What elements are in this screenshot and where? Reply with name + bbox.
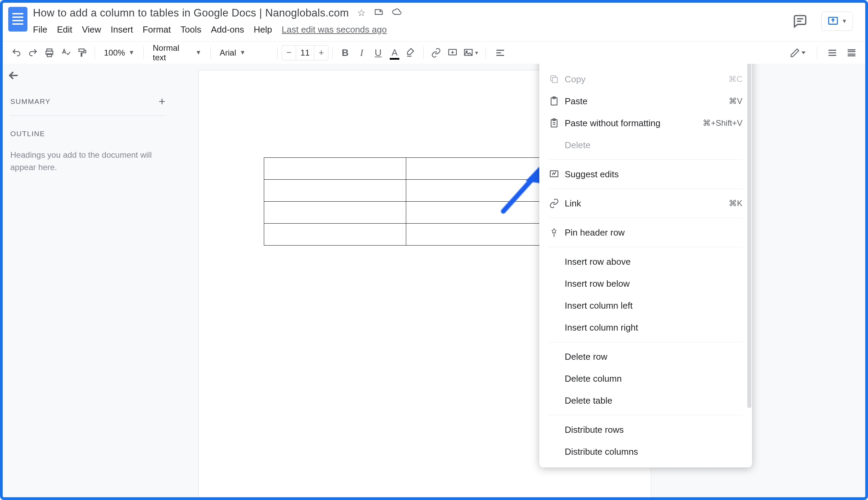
insert-image-button[interactable]: ▼ — [461, 45, 481, 61]
ctx-insert-col-right[interactable]: Insert column right — [539, 317, 752, 339]
copy-icon — [549, 74, 565, 84]
italic-button[interactable]: I — [353, 45, 370, 61]
print-button[interactable] — [41, 45, 58, 61]
text-color-button[interactable]: A — [386, 45, 403, 61]
spellcheck-button[interactable] — [58, 45, 74, 61]
app-header: How to add a column to tables in Google … — [0, 0, 868, 41]
ctx-delete-col[interactable]: Delete column — [539, 368, 752, 389]
menu-view[interactable]: View — [82, 24, 101, 35]
paste-plain-icon — [549, 118, 565, 128]
highlight-button[interactable] — [403, 45, 419, 61]
suggest-icon — [549, 169, 565, 179]
ctx-distribute-cols[interactable]: Distribute columns — [539, 441, 752, 463]
document-canvas[interactable]: Cut ⌘X Copy ⌘C Paste ⌘V Paste without fo… — [176, 64, 868, 500]
context-menu-scrollbar[interactable] — [747, 64, 751, 408]
ctx-pin-header[interactable]: Pin header row — [539, 221, 752, 243]
undo-button[interactable] — [8, 45, 25, 61]
add-comment-button[interactable] — [444, 45, 461, 61]
ctx-insert-row-below[interactable]: Insert row below — [539, 273, 752, 295]
table-row[interactable] — [264, 224, 569, 246]
bold-button[interactable]: B — [337, 45, 353, 61]
ctx-cut: Cut ⌘X — [539, 64, 752, 68]
table-row[interactable] — [264, 180, 569, 202]
redo-button[interactable] — [25, 45, 41, 61]
expand-button[interactable] — [843, 45, 860, 61]
align-button[interactable] — [490, 45, 510, 61]
insert-link-button[interactable] — [428, 45, 444, 61]
outline-hint: Headings you add to the document will ap… — [10, 149, 161, 173]
link-icon — [549, 198, 565, 208]
ctx-delete: Delete — [539, 134, 752, 156]
font-size-decrease-button[interactable]: − — [282, 46, 296, 60]
share-button[interactable]: ▼ — [821, 12, 853, 31]
font-size-value[interactable]: 11 — [296, 46, 314, 60]
ctx-insert-row-above[interactable]: Insert row above — [539, 251, 752, 273]
ctx-suggest-edits[interactable]: Suggest edits — [539, 163, 752, 185]
menu-bar: File Edit View Insert Format Tools Add-o… — [33, 21, 792, 38]
table-row[interactable] — [264, 202, 569, 224]
ctx-link[interactable]: Link ⌘K — [539, 192, 752, 214]
menu-edit[interactable]: Edit — [57, 24, 72, 35]
hide-menus-button[interactable] — [824, 45, 841, 61]
menu-tools[interactable]: Tools — [180, 24, 201, 35]
ctx-insert-col-left[interactable]: Insert column left — [539, 295, 752, 317]
menu-file[interactable]: File — [33, 24, 47, 35]
zoom-select[interactable]: 100%▼ — [99, 45, 139, 61]
star-icon[interactable]: ☆ — [357, 7, 366, 19]
docs-logo-icon[interactable] — [8, 7, 27, 32]
cloud-status-icon[interactable] — [392, 7, 402, 19]
app-logo-wrap — [8, 5, 33, 32]
comments-icon[interactable] — [792, 14, 808, 29]
underline-button[interactable]: U — [370, 45, 386, 61]
menu-insert[interactable]: Insert — [111, 24, 133, 35]
outline-heading: OUTLINE — [10, 129, 165, 138]
font-select[interactable]: Arial▼ — [215, 45, 273, 61]
ctx-paste[interactable]: Paste ⌘V — [539, 90, 752, 112]
svg-rect-24 — [552, 78, 557, 83]
document-table[interactable] — [264, 157, 569, 246]
svg-rect-6 — [79, 49, 84, 52]
ctx-delete-table[interactable]: Delete table — [539, 389, 752, 411]
context-menu: Cut ⌘X Copy ⌘C Paste ⌘V Paste without fo… — [539, 64, 752, 467]
menu-help[interactable]: Help — [254, 24, 272, 35]
sidebar-back-button[interactable] — [7, 69, 21, 84]
document-title[interactable]: How to add a column to tables in Google … — [33, 7, 349, 19]
ctx-distribute-rows[interactable]: Distribute rows — [539, 419, 752, 441]
move-icon[interactable] — [374, 7, 384, 19]
table-row[interactable] — [264, 158, 569, 180]
outline-sidebar: SUMMARY + OUTLINE Headings you add to th… — [0, 64, 176, 500]
toolbar: 100%▼ Normal text▼ Arial▼ − 11 + B I U A… — [0, 41, 868, 64]
body-area: SUMMARY + OUTLINE Headings you add to th… — [0, 64, 868, 500]
font-size-increase-button[interactable]: + — [314, 46, 328, 60]
editing-mode-button[interactable] — [785, 45, 810, 61]
summary-heading: SUMMARY — [10, 98, 50, 106]
header-right: ▼ — [792, 5, 860, 31]
ctx-paste-plain[interactable]: Paste without formatting ⌘+Shift+V — [539, 112, 752, 134]
title-zone: How to add a column to tables in Google … — [33, 5, 792, 38]
pin-icon — [549, 227, 565, 238]
style-select[interactable]: Normal text▼ — [148, 45, 206, 61]
paste-icon — [549, 96, 565, 106]
ctx-copy: Copy ⌘C — [539, 68, 752, 90]
ctx-delete-row[interactable]: Delete row — [539, 346, 752, 368]
add-summary-button[interactable]: + — [158, 95, 165, 108]
last-edit-link[interactable]: Last edit was seconds ago — [282, 24, 387, 35]
font-size-group: − 11 + — [282, 45, 328, 60]
menu-format[interactable]: Format — [143, 24, 171, 35]
menu-addons[interactable]: Add-ons — [211, 24, 244, 35]
paint-format-button[interactable] — [74, 45, 91, 61]
chevron-down-icon: ▼ — [842, 18, 847, 24]
